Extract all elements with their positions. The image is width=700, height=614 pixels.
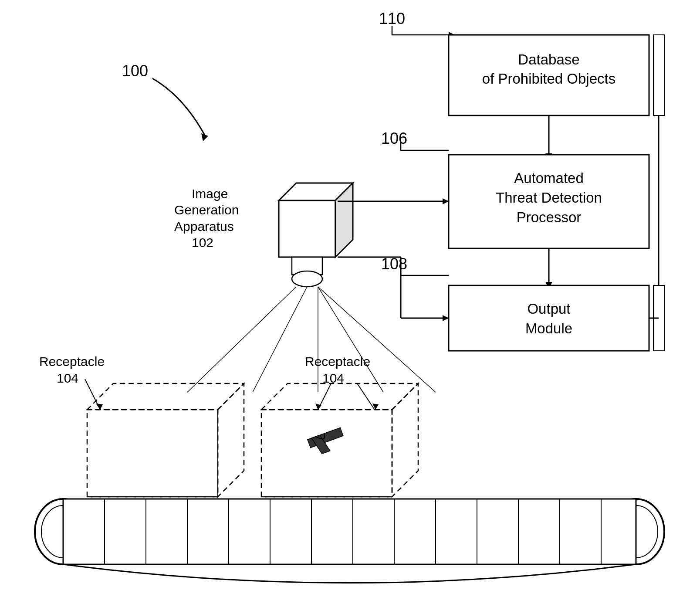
svg-rect-44 [87, 410, 218, 497]
image-gen-label3: Apparatus [174, 219, 234, 234]
output-box [449, 285, 649, 351]
output-label1: Output [527, 301, 570, 317]
receptacle-left-num: 104 [57, 371, 78, 385]
image-gen-label2: Generation [174, 203, 239, 217]
svg-marker-20 [443, 315, 449, 321]
database-label: Database [518, 51, 579, 68]
ref-110: 110 [379, 10, 405, 27]
image-gen-label4: 102 [192, 235, 213, 250]
svg-marker-30 [63, 499, 636, 564]
image-gen-label1: Image [192, 187, 228, 201]
processor-label1: Automated [514, 170, 584, 186]
svg-point-13 [292, 271, 322, 287]
svg-marker-52 [261, 383, 418, 410]
svg-marker-46 [218, 383, 244, 497]
database-label2: of Prohibited Objects [482, 71, 615, 87]
ref-100: 100 [122, 62, 148, 80]
processor-label3: Processor [517, 209, 582, 225]
ref-106: 106 [381, 129, 407, 147]
receptacle-right-label: Receptacle [305, 354, 370, 369]
svg-rect-51 [261, 410, 392, 497]
svg-marker-53 [392, 383, 418, 497]
svg-marker-60 [372, 404, 379, 410]
processor-label2: Threat Detection [496, 190, 602, 206]
diagram-container: 100 110 Database of Prohibited Objects 1… [0, 0, 700, 614]
output-label2: Module [525, 320, 572, 336]
svg-marker-45 [87, 383, 244, 410]
svg-rect-6 [653, 35, 664, 115]
svg-line-59 [357, 383, 375, 410]
receptacle-right-num: 104 [322, 371, 344, 385]
receptacle-left-label: Receptacle [39, 354, 105, 369]
image-gen-box-front [279, 200, 335, 257]
